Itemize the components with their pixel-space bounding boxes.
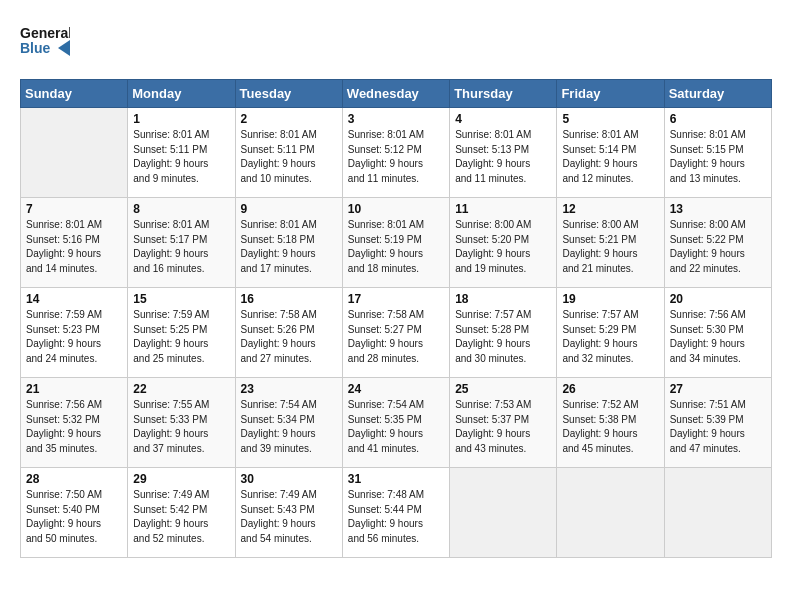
day-number: 25 — [455, 382, 551, 396]
page-header: General Blue — [20, 20, 772, 69]
header-day-saturday: Saturday — [664, 80, 771, 108]
logo-image: General Blue — [20, 20, 70, 69]
header-day-friday: Friday — [557, 80, 664, 108]
day-info: Sunrise: 8:00 AM Sunset: 5:22 PM Dayligh… — [670, 218, 766, 276]
day-number: 14 — [26, 292, 122, 306]
day-number: 26 — [562, 382, 658, 396]
day-info: Sunrise: 7:50 AM Sunset: 5:40 PM Dayligh… — [26, 488, 122, 546]
day-info: Sunrise: 7:49 AM Sunset: 5:43 PM Dayligh… — [241, 488, 337, 546]
calendar-cell: 30Sunrise: 7:49 AM Sunset: 5:43 PM Dayli… — [235, 468, 342, 558]
day-number: 28 — [26, 472, 122, 486]
day-info: Sunrise: 8:01 AM Sunset: 5:15 PM Dayligh… — [670, 128, 766, 186]
calendar-cell: 18Sunrise: 7:57 AM Sunset: 5:28 PM Dayli… — [450, 288, 557, 378]
day-info: Sunrise: 7:48 AM Sunset: 5:44 PM Dayligh… — [348, 488, 444, 546]
calendar-cell: 24Sunrise: 7:54 AM Sunset: 5:35 PM Dayli… — [342, 378, 449, 468]
calendar-cell: 12Sunrise: 8:00 AM Sunset: 5:21 PM Dayli… — [557, 198, 664, 288]
day-info: Sunrise: 8:01 AM Sunset: 5:14 PM Dayligh… — [562, 128, 658, 186]
calendar-cell: 13Sunrise: 8:00 AM Sunset: 5:22 PM Dayli… — [664, 198, 771, 288]
header-day-monday: Monday — [128, 80, 235, 108]
calendar-cell: 9Sunrise: 8:01 AM Sunset: 5:18 PM Daylig… — [235, 198, 342, 288]
calendar-week-1: 1Sunrise: 8:01 AM Sunset: 5:11 PM Daylig… — [21, 108, 772, 198]
calendar-cell: 15Sunrise: 7:59 AM Sunset: 5:25 PM Dayli… — [128, 288, 235, 378]
day-info: Sunrise: 7:55 AM Sunset: 5:33 PM Dayligh… — [133, 398, 229, 456]
calendar-cell: 21Sunrise: 7:56 AM Sunset: 5:32 PM Dayli… — [21, 378, 128, 468]
calendar-cell: 7Sunrise: 8:01 AM Sunset: 5:16 PM Daylig… — [21, 198, 128, 288]
day-number: 3 — [348, 112, 444, 126]
day-number: 31 — [348, 472, 444, 486]
calendar-cell — [557, 468, 664, 558]
calendar-cell: 23Sunrise: 7:54 AM Sunset: 5:34 PM Dayli… — [235, 378, 342, 468]
logo-arrow-icon — [58, 40, 70, 56]
day-number: 11 — [455, 202, 551, 216]
calendar-cell — [21, 108, 128, 198]
calendar-cell: 2Sunrise: 8:01 AM Sunset: 5:11 PM Daylig… — [235, 108, 342, 198]
calendar-week-4: 21Sunrise: 7:56 AM Sunset: 5:32 PM Dayli… — [21, 378, 772, 468]
calendar-cell: 20Sunrise: 7:56 AM Sunset: 5:30 PM Dayli… — [664, 288, 771, 378]
day-info: Sunrise: 7:57 AM Sunset: 5:29 PM Dayligh… — [562, 308, 658, 366]
day-number: 2 — [241, 112, 337, 126]
day-info: Sunrise: 7:49 AM Sunset: 5:42 PM Dayligh… — [133, 488, 229, 546]
header-day-sunday: Sunday — [21, 80, 128, 108]
day-info: Sunrise: 8:01 AM Sunset: 5:18 PM Dayligh… — [241, 218, 337, 276]
day-info: Sunrise: 8:01 AM Sunset: 5:11 PM Dayligh… — [241, 128, 337, 186]
day-info: Sunrise: 7:52 AM Sunset: 5:38 PM Dayligh… — [562, 398, 658, 456]
svg-text:General: General — [20, 25, 70, 41]
day-info: Sunrise: 7:54 AM Sunset: 5:35 PM Dayligh… — [348, 398, 444, 456]
calendar-cell — [450, 468, 557, 558]
day-info: Sunrise: 7:56 AM Sunset: 5:32 PM Dayligh… — [26, 398, 122, 456]
calendar-cell: 5Sunrise: 8:01 AM Sunset: 5:14 PM Daylig… — [557, 108, 664, 198]
day-info: Sunrise: 7:58 AM Sunset: 5:27 PM Dayligh… — [348, 308, 444, 366]
calendar-cell: 11Sunrise: 8:00 AM Sunset: 5:20 PM Dayli… — [450, 198, 557, 288]
logo-svg: General Blue — [20, 20, 70, 65]
day-number: 29 — [133, 472, 229, 486]
calendar-cell: 6Sunrise: 8:01 AM Sunset: 5:15 PM Daylig… — [664, 108, 771, 198]
day-info: Sunrise: 7:56 AM Sunset: 5:30 PM Dayligh… — [670, 308, 766, 366]
calendar-cell: 25Sunrise: 7:53 AM Sunset: 5:37 PM Dayli… — [450, 378, 557, 468]
day-number: 17 — [348, 292, 444, 306]
calendar-week-5: 28Sunrise: 7:50 AM Sunset: 5:40 PM Dayli… — [21, 468, 772, 558]
calendar-cell: 14Sunrise: 7:59 AM Sunset: 5:23 PM Dayli… — [21, 288, 128, 378]
day-number: 23 — [241, 382, 337, 396]
day-number: 16 — [241, 292, 337, 306]
day-number: 27 — [670, 382, 766, 396]
calendar-cell: 1Sunrise: 8:01 AM Sunset: 5:11 PM Daylig… — [128, 108, 235, 198]
header-day-thursday: Thursday — [450, 80, 557, 108]
day-info: Sunrise: 8:01 AM Sunset: 5:19 PM Dayligh… — [348, 218, 444, 276]
calendar-cell: 29Sunrise: 7:49 AM Sunset: 5:42 PM Dayli… — [128, 468, 235, 558]
day-info: Sunrise: 7:54 AM Sunset: 5:34 PM Dayligh… — [241, 398, 337, 456]
day-info: Sunrise: 7:58 AM Sunset: 5:26 PM Dayligh… — [241, 308, 337, 366]
day-info: Sunrise: 8:00 AM Sunset: 5:21 PM Dayligh… — [562, 218, 658, 276]
day-info: Sunrise: 8:01 AM Sunset: 5:12 PM Dayligh… — [348, 128, 444, 186]
day-number: 6 — [670, 112, 766, 126]
day-info: Sunrise: 8:00 AM Sunset: 5:20 PM Dayligh… — [455, 218, 551, 276]
header-day-wednesday: Wednesday — [342, 80, 449, 108]
day-number: 20 — [670, 292, 766, 306]
day-number: 12 — [562, 202, 658, 216]
day-number: 9 — [241, 202, 337, 216]
day-info: Sunrise: 8:01 AM Sunset: 5:13 PM Dayligh… — [455, 128, 551, 186]
calendar-header: SundayMondayTuesdayWednesdayThursdayFrid… — [21, 80, 772, 108]
day-number: 18 — [455, 292, 551, 306]
day-number: 21 — [26, 382, 122, 396]
day-number: 19 — [562, 292, 658, 306]
calendar-cell: 10Sunrise: 8:01 AM Sunset: 5:19 PM Dayli… — [342, 198, 449, 288]
day-info: Sunrise: 7:59 AM Sunset: 5:25 PM Dayligh… — [133, 308, 229, 366]
day-number: 15 — [133, 292, 229, 306]
day-number: 22 — [133, 382, 229, 396]
calendar-cell: 17Sunrise: 7:58 AM Sunset: 5:27 PM Dayli… — [342, 288, 449, 378]
calendar-cell: 26Sunrise: 7:52 AM Sunset: 5:38 PM Dayli… — [557, 378, 664, 468]
day-info: Sunrise: 7:51 AM Sunset: 5:39 PM Dayligh… — [670, 398, 766, 456]
day-number: 8 — [133, 202, 229, 216]
calendar-week-3: 14Sunrise: 7:59 AM Sunset: 5:23 PM Dayli… — [21, 288, 772, 378]
header-day-tuesday: Tuesday — [235, 80, 342, 108]
day-number: 24 — [348, 382, 444, 396]
day-info: Sunrise: 8:01 AM Sunset: 5:17 PM Dayligh… — [133, 218, 229, 276]
calendar-table: SundayMondayTuesdayWednesdayThursdayFrid… — [20, 79, 772, 558]
day-number: 4 — [455, 112, 551, 126]
calendar-cell: 4Sunrise: 8:01 AM Sunset: 5:13 PM Daylig… — [450, 108, 557, 198]
calendar-cell: 16Sunrise: 7:58 AM Sunset: 5:26 PM Dayli… — [235, 288, 342, 378]
day-info: Sunrise: 7:53 AM Sunset: 5:37 PM Dayligh… — [455, 398, 551, 456]
calendar-cell: 19Sunrise: 7:57 AM Sunset: 5:29 PM Dayli… — [557, 288, 664, 378]
header-row: SundayMondayTuesdayWednesdayThursdayFrid… — [21, 80, 772, 108]
day-number: 7 — [26, 202, 122, 216]
